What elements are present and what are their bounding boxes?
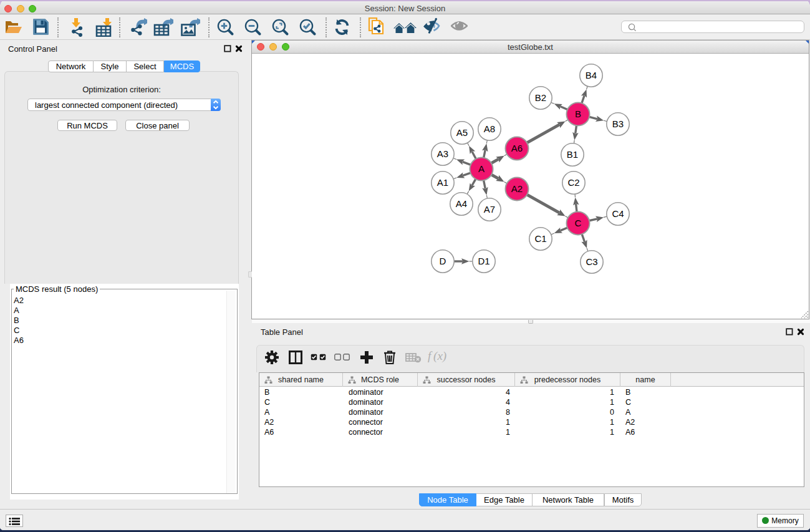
svg-text:A4: A4: [456, 198, 467, 209]
svg-text:A8: A8: [484, 123, 495, 134]
svg-text:D1: D1: [478, 256, 489, 266]
svg-text:A2: A2: [511, 183, 523, 194]
svg-text:B2: B2: [535, 92, 546, 103]
svg-text:B4: B4: [586, 70, 597, 80]
svg-text:B1: B1: [567, 149, 578, 160]
svg-text:A6: A6: [511, 143, 523, 153]
svg-text:A1: A1: [437, 177, 448, 188]
svg-text:A7: A7: [484, 204, 495, 215]
svg-text:C3: C3: [586, 256, 597, 267]
svg-text:C2: C2: [567, 177, 579, 188]
svg-text:A: A: [478, 163, 485, 174]
svg-text:D: D: [440, 256, 446, 266]
svg-text:A5: A5: [456, 127, 468, 138]
svg-text:C1: C1: [534, 233, 546, 244]
svg-text:A3: A3: [437, 148, 448, 159]
svg-text:B: B: [575, 109, 581, 119]
svg-text:B3: B3: [612, 118, 624, 129]
svg-text:C4: C4: [612, 208, 624, 219]
svg-text:C: C: [575, 218, 582, 228]
